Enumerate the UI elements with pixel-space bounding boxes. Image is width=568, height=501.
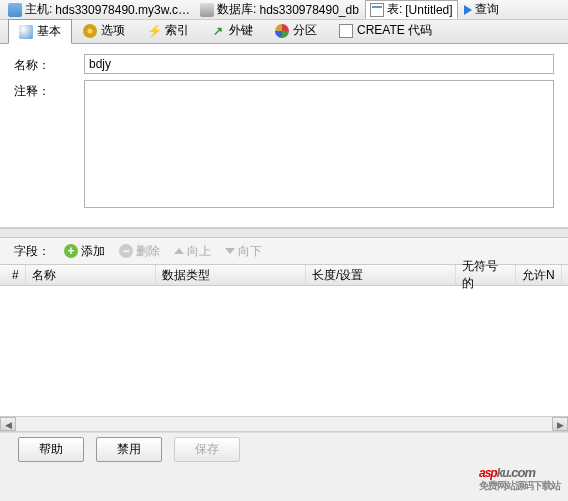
delete-label: 删除 [136, 243, 160, 260]
tab-create[interactable]: CREATE 代码 [328, 18, 443, 43]
watermark: aspku.com 免费网站源码下载站 [479, 455, 560, 493]
col-type[interactable]: 数据类型 [156, 265, 306, 285]
host-icon [8, 3, 22, 17]
crumb-db-label: 数据库: [217, 1, 256, 18]
crumb-host[interactable]: 主机: hds330978490.my3w.c… [4, 1, 194, 18]
create-icon [339, 24, 353, 38]
splitter[interactable] [0, 228, 568, 238]
delete-field-button[interactable]: −删除 [119, 243, 160, 260]
name-input[interactable] [84, 54, 554, 74]
down-label: 向下 [238, 243, 262, 260]
tab-basic[interactable]: 基本 [8, 19, 72, 44]
option-icon [83, 24, 97, 38]
save-button[interactable]: 保存 [174, 437, 240, 462]
add-field-button[interactable]: +添加 [64, 243, 105, 260]
fk-icon: ↗ [211, 24, 225, 38]
comment-label: 注释： [14, 80, 84, 100]
col-len[interactable]: 长度/设置 [306, 265, 456, 285]
scroll-right-icon[interactable]: ▶ [552, 417, 568, 431]
crumb-host-value: hds330978490.my3w.c… [55, 3, 190, 17]
form-area: 名称： 注释： [0, 44, 568, 228]
crumb-query[interactable]: 查询 [460, 1, 503, 18]
col-name[interactable]: 名称 [26, 265, 156, 285]
tab-fk[interactable]: ↗外键 [200, 18, 264, 43]
move-down-button[interactable]: 向下 [225, 243, 262, 260]
grid-header: # 名称 数据类型 长度/设置 无符号的 允许N [0, 264, 568, 286]
watermark-brand: asp [479, 466, 497, 480]
horizontal-scrollbar[interactable]: ◀ ▶ [0, 416, 568, 432]
delete-icon: − [119, 244, 133, 258]
up-label: 向上 [187, 243, 211, 260]
disable-button[interactable]: 禁用 [96, 437, 162, 462]
watermark-tagline: 免费网站源码下载站 [479, 479, 560, 493]
name-label: 名称： [14, 54, 84, 74]
basic-icon [19, 25, 33, 39]
crumb-query-label: 查询 [475, 1, 499, 18]
arrow-down-icon [225, 248, 235, 254]
breadcrumb: 主机: hds330978490.my3w.c… 数据库: hds3309784… [0, 0, 568, 20]
tab-index[interactable]: ⚡索引 [136, 18, 200, 43]
index-icon: ⚡ [147, 24, 161, 38]
crumb-table[interactable]: 表: [Untitled] [365, 0, 458, 19]
comment-textarea[interactable] [84, 80, 554, 208]
table-icon [370, 3, 384, 17]
grid-body[interactable] [0, 286, 568, 416]
crumb-table-label: 表: [387, 1, 402, 18]
scroll-track[interactable] [16, 417, 552, 431]
add-icon: + [64, 244, 78, 258]
tabs: 基本 选项 ⚡索引 ↗外键 分区 CREATE 代码 [0, 20, 568, 44]
fields-label: 字段： [14, 243, 50, 260]
tab-option-label: 选项 [101, 22, 125, 39]
col-num[interactable]: # [6, 265, 26, 285]
crumb-db-value: hds330978490_db [259, 3, 358, 17]
partition-icon [275, 24, 289, 38]
move-up-button[interactable]: 向上 [174, 243, 211, 260]
tab-basic-label: 基本 [37, 23, 61, 40]
arrow-up-icon [174, 248, 184, 254]
tab-fk-label: 外键 [229, 22, 253, 39]
crumb-table-value: [Untitled] [405, 3, 452, 17]
tab-create-label: CREATE 代码 [357, 22, 432, 39]
scroll-left-icon[interactable]: ◀ [0, 417, 16, 431]
col-unsigned[interactable]: 无符号的 [456, 265, 516, 285]
add-label: 添加 [81, 243, 105, 260]
crumb-db[interactable]: 数据库: hds330978490_db [196, 1, 363, 18]
crumb-host-label: 主机: [25, 1, 52, 18]
tab-partition-label: 分区 [293, 22, 317, 39]
col-null[interactable]: 允许N [516, 265, 562, 285]
tab-partition[interactable]: 分区 [264, 18, 328, 43]
play-icon [464, 5, 472, 15]
database-icon [200, 3, 214, 17]
tab-option[interactable]: 选项 [72, 18, 136, 43]
tab-index-label: 索引 [165, 22, 189, 39]
help-button[interactable]: 帮助 [18, 437, 84, 462]
